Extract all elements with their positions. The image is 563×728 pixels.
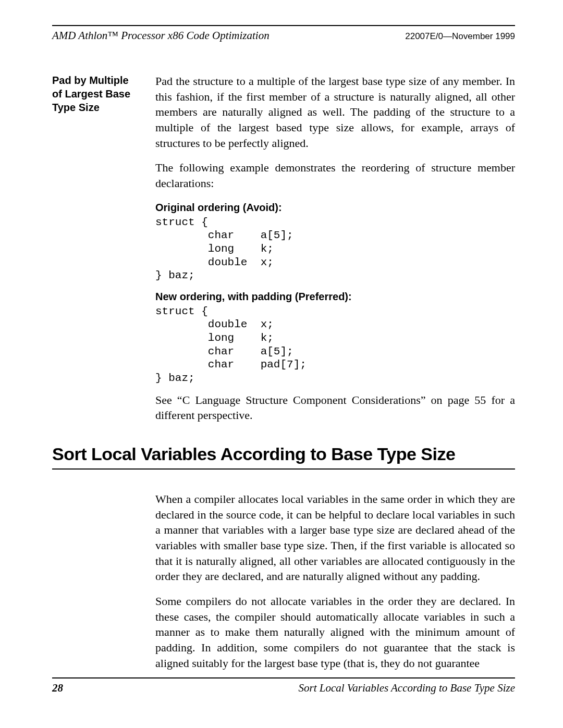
paragraph: When a compiler allocates local variable… <box>155 491 515 584</box>
header-left: AMD Athlon™ Processor x86 Code Optimizat… <box>52 29 270 42</box>
paragraph: The following example demonstrates the r… <box>155 160 515 191</box>
side-heading: Pad by Multiple of Largest Base Type Siz… <box>52 73 141 423</box>
page-number: 28 <box>52 682 63 695</box>
section-pad-multiple: Pad by Multiple of Largest Base Type Siz… <box>52 73 515 423</box>
paragraph: Pad the structure to a multiple of the l… <box>155 73 515 151</box>
code-heading-avoid: Original ordering (Avoid): <box>155 201 515 215</box>
header-right: 22007E/0—November 1999 <box>405 31 515 42</box>
top-rule <box>52 25 515 26</box>
code-heading-preferred: New ordering, with padding (Preferred): <box>155 290 515 304</box>
side-heading-empty <box>52 491 141 671</box>
paragraph: Some compilers do not allocate variables… <box>155 594 515 671</box>
footer-title: Sort Local Variables According to Base T… <box>299 682 516 695</box>
body-column: Pad the structure to a multiple of the l… <box>155 73 515 423</box>
running-header: AMD Athlon™ Processor x86 Code Optimizat… <box>52 29 515 42</box>
code-block-original: struct { char a[5]; long k; double x; } … <box>155 216 515 282</box>
footer: 28 Sort Local Variables According to Bas… <box>52 677 515 695</box>
code-block-new: struct { double x; long k; char a[5]; ch… <box>155 305 515 385</box>
page: AMD Athlon™ Processor x86 Code Optimizat… <box>0 0 563 671</box>
main-heading: Sort Local Variables According to Base T… <box>52 444 515 470</box>
paragraph: See “C Language Structure Component Cons… <box>155 392 515 423</box>
body-column: When a compiler allocates local variable… <box>155 491 515 671</box>
section-sort-locals: When a compiler allocates local variable… <box>52 491 515 671</box>
